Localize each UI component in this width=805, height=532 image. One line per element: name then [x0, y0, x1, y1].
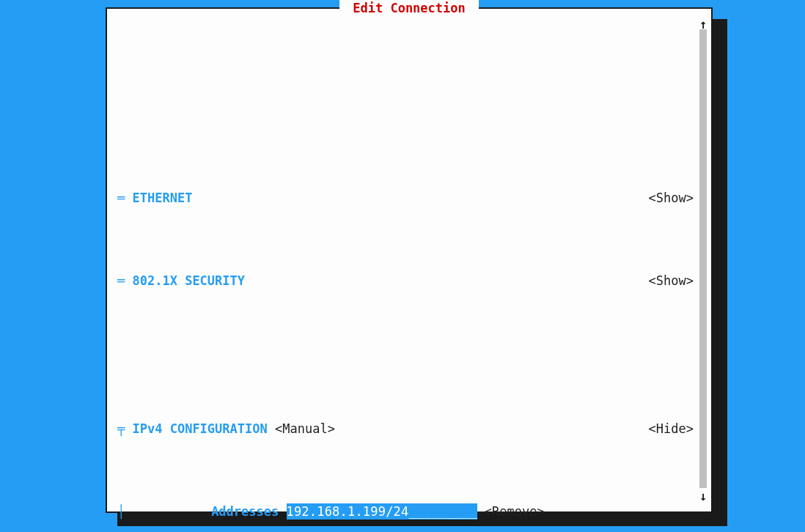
tree-glyph: ═ [117, 190, 125, 207]
tree-glyph: ╤ [117, 421, 125, 437]
section-ipv4-label[interactable]: IPv4 CONFIGURATION [125, 421, 267, 437]
ipv4-addresses-label: Addresses [125, 503, 279, 520]
dialog-content: ═ ETHERNET <Show> ═ 802.1X SECURITY <Sho… [117, 25, 694, 504]
ipv4-address-input-0[interactable]: 192.168.1.199/24_________ [287, 503, 477, 520]
section-ethernet-label[interactable]: ETHERNET [125, 190, 192, 207]
edit-connection-dialog: Edit Connection ↑ ↓ ═ ETHERNET <Show> ═ … [106, 7, 713, 513]
ipv4-address-remove-0[interactable]: <Remove> [485, 503, 545, 520]
section-dot1x-toggle[interactable]: <Show> [649, 273, 694, 289]
scrollbar[interactable] [699, 29, 707, 491]
tree-glyph: │ [117, 503, 125, 520]
section-dot1x-label[interactable]: 802.1X SECURITY [125, 273, 245, 289]
ipv4-mode-select[interactable]: <Manual> [275, 421, 335, 437]
tree-glyph: ═ [117, 273, 125, 289]
dialog-title: Edit Connection [339, 0, 479, 17]
section-ethernet-toggle[interactable]: <Show> [649, 190, 694, 207]
section-ipv4-toggle[interactable]: <Hide> [649, 421, 694, 437]
scroll-down-arrow[interactable]: ↓ [699, 488, 707, 505]
